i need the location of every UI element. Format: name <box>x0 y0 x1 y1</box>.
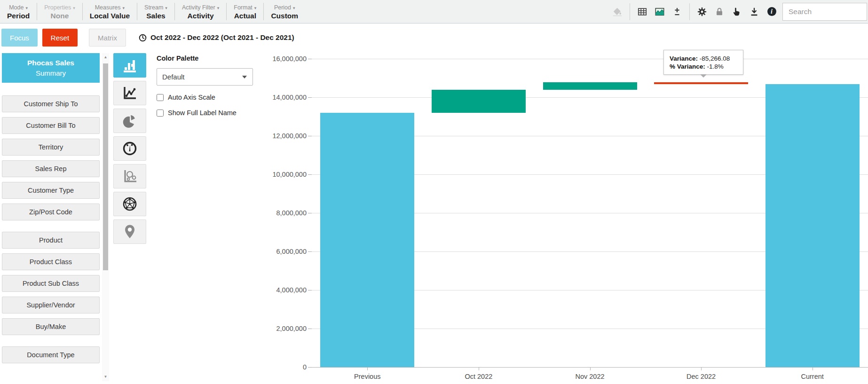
sidebar-item-customer-bill-to[interactable]: Customer Bill To <box>2 117 100 134</box>
bar-current[interactable] <box>765 84 860 367</box>
toolbar-group-measures[interactable]: Measures▾Local Value <box>83 0 137 23</box>
toolbar-group-value: Sales <box>144 12 167 20</box>
chevron-down-icon: ▾ <box>217 6 220 10</box>
toolbar-group-value: Custom <box>271 12 298 20</box>
axis-scale-icon[interactable] <box>672 7 682 17</box>
toolbar-icon-divider <box>630 3 630 20</box>
sidebar-item-supplier-vendor[interactable]: Supplier/Vendor <box>2 297 100 313</box>
x-axis-label: Nov 2022 <box>552 373 628 380</box>
download-icon[interactable] <box>749 7 759 17</box>
x-axis-tick <box>367 368 368 370</box>
pointer-mode-icon[interactable] <box>732 7 742 17</box>
table-view-icon[interactable] <box>637 7 647 17</box>
waterfall-chart-icon <box>121 57 138 74</box>
y-axis-label: 12,000,000 <box>263 132 307 140</box>
sidebar-item-territory[interactable]: Territory <box>2 139 100 156</box>
bar-previous[interactable] <box>320 113 414 367</box>
y-axis-tick <box>308 367 312 368</box>
sidebar-item-phocas-sales-summary[interactable]: Phocas Sales Summary <box>2 53 100 83</box>
sidebar-item-zip-post-code[interactable]: Zip/Post Code <box>2 204 100 220</box>
bar-nov-2022[interactable] <box>543 82 637 90</box>
chart-type-map-button[interactable] <box>113 219 146 244</box>
lock-icon[interactable] <box>714 7 725 17</box>
checkbox-label: Show Full Label Name <box>168 109 237 117</box>
toolbar-group-label: Mode▾ <box>7 4 30 11</box>
chevron-down-icon: ▾ <box>293 6 295 10</box>
reset-button[interactable]: Reset <box>42 29 78 47</box>
y-axis-tick <box>308 136 312 136</box>
clock-icon <box>138 33 147 42</box>
gauge-chart-icon <box>121 140 138 157</box>
chart-type-bubble-button[interactable] <box>113 164 146 188</box>
tooltip-value: -85,266.08 <box>698 55 730 62</box>
chart-controls: Color Palette Default Auto Axis ScaleSho… <box>157 55 262 117</box>
sidebar-item-product-sub-class[interactable]: Product Sub Class <box>2 275 100 292</box>
gridline <box>312 59 868 59</box>
toolbar-group-label: Stream▾ <box>144 4 167 11</box>
chart-type-gauge-button[interactable] <box>113 136 146 161</box>
x-axis-tick <box>813 368 813 370</box>
sidebar-item-product[interactable]: Product <box>2 232 100 249</box>
toolbar-group-stream[interactable]: Stream▾Sales <box>137 0 174 23</box>
paint-format-icon <box>612 7 623 17</box>
sidebar-item-customer-ship-to[interactable]: Customer Ship To <box>2 95 100 112</box>
focus-button[interactable]: Focus <box>1 29 38 47</box>
toolbar-group-value: Local Value <box>90 12 130 20</box>
y-axis-tick <box>308 213 312 213</box>
settings-icon[interactable] <box>697 7 707 17</box>
sidebar: Phocas Sales Summary Customer Ship ToCus… <box>2 53 100 375</box>
waterfall-chart: 02,000,0004,000,0006,000,0008,000,00010,… <box>263 45 868 384</box>
scrollbar-down-arrow[interactable]: ▼ <box>102 374 109 380</box>
scrollbar-thumb[interactable] <box>103 63 108 270</box>
chevron-down-icon: ▾ <box>165 6 167 10</box>
sidebar-item-product-class[interactable]: Product Class <box>2 253 100 270</box>
chart-view-icon[interactable] <box>655 7 665 17</box>
toolbar-group-properties[interactable]: Properties▾None <box>37 0 82 23</box>
scrollbar-up-arrow[interactable]: ▲ <box>102 54 109 61</box>
chart-type-radar-button[interactable] <box>113 192 146 216</box>
show-full-label-name-checkbox[interactable] <box>157 110 164 117</box>
checkbox-list: Auto Axis ScaleShow Full Label Name <box>157 94 262 117</box>
tooltip-row: % Variance: -1.8% <box>670 63 737 70</box>
chart-tooltip: Variance: -85,266.08% Variance: -1.8% <box>663 50 743 75</box>
matrix-button[interactable]: Matrix <box>89 29 126 47</box>
sidebar-item-sales-rep[interactable]: Sales Rep <box>2 160 100 177</box>
sidebar-item-customer-type[interactable]: Customer Type <box>2 182 100 199</box>
tooltip-value: -1.8% <box>705 63 724 70</box>
toolbar-group-activity-filter[interactable]: Activity Filter▾Activity <box>175 0 226 23</box>
map-chart-icon <box>121 223 138 240</box>
y-axis-label: 10,000,000 <box>263 170 307 179</box>
y-axis-tick <box>308 251 312 252</box>
color-palette-select-wrap: Default <box>157 68 253 86</box>
chart-type-pie-button[interactable] <box>113 109 146 133</box>
chart-type-line-button[interactable] <box>113 81 146 105</box>
sidebar-item-buy-make[interactable]: Buy/Make <box>2 318 100 335</box>
sidebar-item-document-type[interactable]: Document Type <box>2 346 100 363</box>
toolbar-icons: i <box>612 0 782 23</box>
toolbar-group-value: Actual <box>234 12 256 20</box>
search-input[interactable] <box>782 3 867 21</box>
toolbar-group-period[interactable]: Period▾Custom <box>264 0 305 23</box>
toolbar-group-format[interactable]: Format▾Actual <box>227 0 263 23</box>
chart-type-waterfall-button[interactable] <box>113 53 146 78</box>
color-palette-select[interactable]: Default <box>157 68 253 86</box>
y-axis-tick <box>308 59 312 59</box>
toolbar-group-label: Properties▾ <box>44 4 75 11</box>
auto-axis-scale-checkbox[interactable] <box>157 94 164 101</box>
checkbox-row-auto-axis-scale: Auto Axis Scale <box>157 94 262 101</box>
toolbar-group-value: Period <box>7 12 30 20</box>
y-axis-label: 6,000,000 <box>263 247 307 256</box>
bar-oct-2022[interactable] <box>432 90 526 112</box>
toolbar-group-value: Activity <box>182 12 219 20</box>
info-icon[interactable]: i <box>766 7 777 17</box>
y-axis-label: 8,000,000 <box>263 209 307 217</box>
y-axis-label: 14,000,000 <box>263 93 307 102</box>
bar-dec-2022[interactable] <box>654 82 748 84</box>
toolbar-group-mode[interactable]: Mode▾Period <box>0 0 37 23</box>
color-palette-label: Color Palette <box>157 55 262 62</box>
sidebar-scrollbar[interactable]: ▲ ▼ <box>102 53 109 381</box>
bubble-chart-icon <box>121 168 138 185</box>
sidebar-group: Document Type <box>2 346 100 363</box>
toolbar-group-value: None <box>44 12 75 20</box>
y-axis-label: 16,000,000 <box>263 55 307 63</box>
